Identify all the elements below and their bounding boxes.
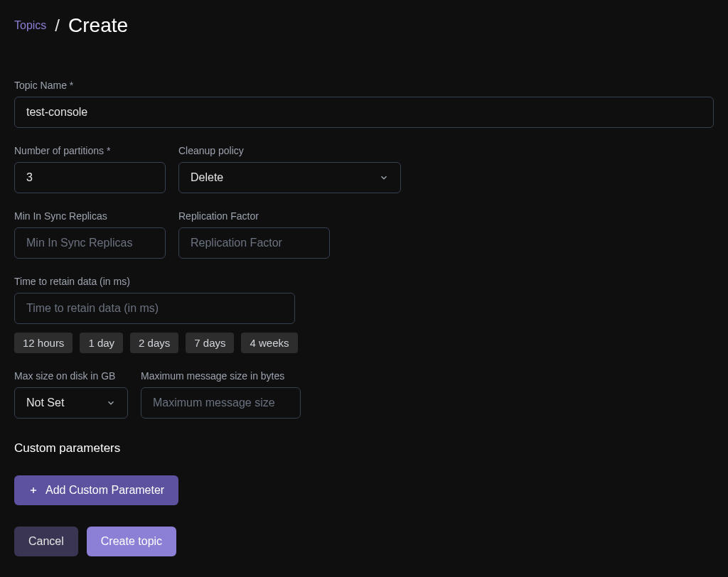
min-in-sync-input[interactable]: [14, 227, 166, 259]
cleanup-policy-value: Delete: [191, 171, 223, 184]
breadcrumb: Topics / Create: [14, 14, 714, 37]
retention-label: Time to retain data (in ms): [14, 276, 714, 287]
max-msg-size-label: Maximum message size in bytes: [141, 370, 301, 382]
add-custom-parameter-button[interactable]: Add Custom Parameter: [14, 475, 178, 505]
retention-chip-2days[interactable]: 2 days: [130, 333, 178, 353]
plus-icon: [28, 485, 38, 495]
action-button-row: Cancel Create topic: [14, 527, 714, 556]
breadcrumb-link-topics[interactable]: Topics: [14, 19, 46, 32]
chevron-down-icon: [106, 398, 116, 408]
replication-factor-label: Replication Factor: [178, 210, 330, 222]
max-size-disk-value: Not Set: [26, 397, 64, 409]
add-custom-parameter-label: Add Custom Parameter: [46, 484, 164, 497]
chevron-down-icon: [379, 173, 389, 183]
cancel-button[interactable]: Cancel: [14, 527, 78, 556]
cleanup-policy-select[interactable]: Delete: [178, 162, 401, 193]
retention-chip-row: 12 hours 1 day 2 days 7 days 4 weeks: [14, 333, 714, 353]
retention-chip-12hours[interactable]: 12 hours: [14, 333, 73, 353]
breadcrumb-separator: /: [55, 16, 60, 36]
topic-name-input[interactable]: [14, 97, 714, 128]
max-msg-size-input[interactable]: [141, 387, 301, 419]
page-title: Create: [68, 14, 128, 37]
partitions-input[interactable]: [14, 162, 166, 193]
retention-chip-1day[interactable]: 1 day: [80, 333, 123, 353]
custom-parameters-title: Custom parameters: [14, 441, 714, 455]
retention-chip-7days[interactable]: 7 days: [186, 333, 234, 353]
max-size-disk-label: Max size on disk in GB: [14, 370, 128, 382]
retention-input[interactable]: [14, 293, 295, 324]
create-topic-form: Topic Name * Number of partitions * Clea…: [14, 80, 714, 556]
cleanup-policy-label: Cleanup policy: [178, 145, 401, 156]
min-in-sync-label: Min In Sync Replicas: [14, 210, 166, 222]
max-size-disk-select[interactable]: Not Set: [14, 387, 128, 419]
retention-chip-4weeks[interactable]: 4 weeks: [241, 333, 297, 353]
replication-factor-input[interactable]: [178, 227, 330, 259]
create-topic-button[interactable]: Create topic: [87, 527, 176, 556]
partitions-label: Number of partitions *: [14, 145, 166, 156]
topic-name-label: Topic Name *: [14, 80, 714, 91]
